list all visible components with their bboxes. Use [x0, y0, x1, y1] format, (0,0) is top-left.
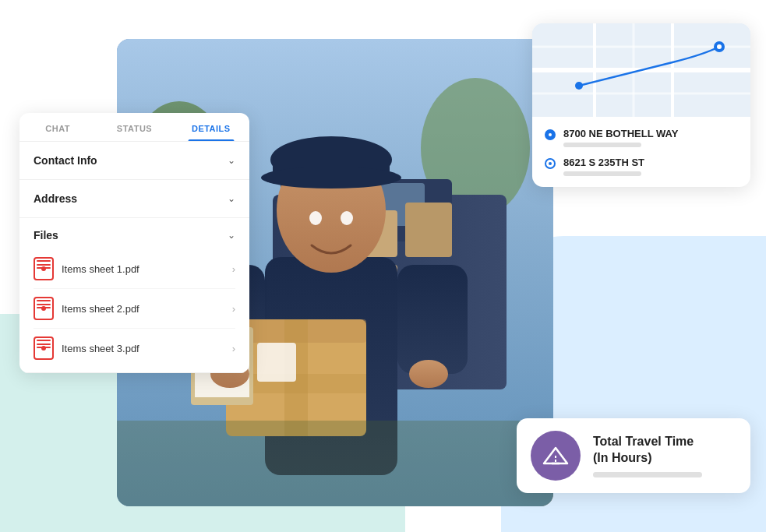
file-left-2: Items sheet 2.pdf — [34, 297, 139, 320]
origin-dot — [545, 129, 556, 140]
tab-status[interactable]: STATUS — [96, 113, 172, 141]
file-item-1[interactable]: Items sheet 1.pdf › — [34, 249, 235, 289]
tab-details[interactable]: DETAILS — [173, 113, 249, 141]
file-arrow-2: › — [232, 303, 235, 315]
contact-info-section[interactable]: Contact Info ⌄ — [19, 142, 249, 180]
file-left-1: Items sheet 1.pdf — [34, 257, 139, 280]
travel-bar — [593, 472, 702, 477]
map-card: 8700 NE BOTHELL WAY 8621 S 235TH ST — [532, 23, 750, 187]
file-item-2[interactable]: Items sheet 2.pdf › — [34, 289, 235, 329]
pdf-icon-3 — [34, 336, 54, 360]
svg-point-14 — [261, 167, 401, 188]
origin-info: 8700 NE BOTHELL WAY — [563, 128, 678, 147]
svg-rect-18 — [397, 265, 468, 374]
file-arrow-1: › — [232, 263, 235, 275]
origin-bar — [563, 143, 641, 147]
svg-rect-8 — [405, 203, 452, 257]
address-title: Address — [34, 192, 77, 205]
contact-info-chevron: ⌄ — [228, 155, 235, 166]
file-name-3: Items sheet 3.pdf — [62, 343, 139, 354]
travel-icon-circle — [531, 431, 581, 481]
address-chevron: ⌄ — [228, 193, 235, 204]
travel-info: Total Travel Time (In Hours) — [593, 434, 702, 478]
route-origin: 8700 NE BOTHELL WAY — [545, 128, 738, 147]
map-area — [532, 23, 750, 117]
file-arrow-3: › — [232, 343, 235, 354]
details-panel: CHAT STATUS DETAILS Contact Info ⌄ Addre… — [19, 113, 249, 373]
svg-rect-28 — [117, 421, 553, 506]
destination-bar — [563, 171, 641, 176]
files-header[interactable]: Files ⌄ — [34, 229, 235, 241]
pdf-icon-1 — [34, 257, 54, 280]
svg-rect-25 — [257, 343, 296, 382]
file-name-1: Items sheet 1.pdf — [62, 263, 139, 275]
file-name-2: Items sheet 2.pdf — [62, 303, 139, 315]
svg-point-36 — [575, 82, 583, 90]
svg-point-38 — [717, 44, 722, 49]
tab-chat[interactable]: CHAT — [19, 113, 96, 141]
file-left-3: Items sheet 3.pdf — [34, 336, 139, 360]
address-section[interactable]: Address ⌄ — [19, 180, 249, 218]
destination-info: 8621 S 235TH ST — [563, 157, 644, 176]
travel-title: Total Travel Time (In Hours) — [593, 434, 702, 467]
svg-point-16 — [341, 211, 353, 225]
travel-card: Total Travel Time (In Hours) — [517, 418, 750, 493]
files-section: Files ⌄ Items sheet 1.pdf › Items sheet … — [19, 218, 249, 373]
tabs-row: CHAT STATUS DETAILS — [19, 113, 249, 142]
files-chevron: ⌄ — [228, 230, 235, 241]
destination-address: 8621 S 235TH ST — [563, 157, 644, 168]
file-item-3[interactable]: Items sheet 3.pdf › — [34, 329, 235, 368]
map-content: 8700 NE BOTHELL WAY 8621 S 235TH ST — [532, 117, 750, 187]
svg-point-27 — [409, 360, 448, 388]
destination-dot — [545, 158, 556, 169]
files-title: Files — [34, 229, 58, 241]
route-destination: 8621 S 235TH ST — [545, 157, 738, 176]
origin-address: 8700 NE BOTHELL WAY — [563, 128, 678, 139]
pdf-icon-2 — [34, 297, 54, 320]
contact-info-title: Contact Info — [34, 154, 97, 167]
svg-point-15 — [309, 211, 322, 225]
